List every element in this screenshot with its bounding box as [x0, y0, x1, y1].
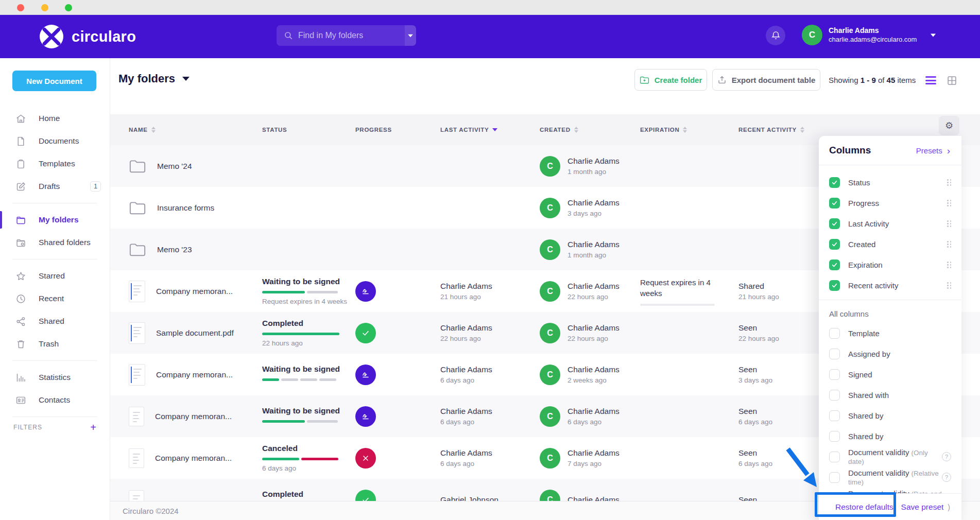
drag-handle-icon[interactable] [947, 179, 951, 185]
created-by: Charlie Adams [568, 281, 620, 291]
checkbox-checked[interactable] [829, 177, 840, 188]
row-name: Company memoran... [156, 287, 233, 296]
restore-defaults-button[interactable]: Restore defaults [835, 502, 893, 512]
bar-chart-icon [15, 372, 26, 383]
user-menu[interactable]: C Charlie Adams charlie.adams@circularo.… [802, 25, 936, 45]
checkbox-checked[interactable] [829, 218, 840, 229]
last-activity-by: Charlie Adams [440, 364, 540, 375]
sidebar-item-label: Contacts [39, 395, 70, 405]
new-document-button[interactable]: New Document [12, 71, 96, 91]
folder-icon [129, 242, 146, 257]
trash-icon [15, 339, 26, 350]
sidebar-item-label: Drafts [39, 182, 60, 191]
column-header-expiration[interactable]: EXPIRATION [640, 127, 738, 133]
window-titlebar [0, 0, 980, 15]
save-preset-button[interactable]: Save preset [901, 502, 944, 512]
drag-handle-icon[interactable] [947, 241, 951, 247]
sort-icon [151, 127, 156, 133]
drag-handle-icon[interactable] [947, 220, 951, 227]
circularo-logo-icon [39, 24, 64, 49]
status-title: Waiting to be signed [262, 277, 355, 286]
drag-handle-icon[interactable] [947, 282, 951, 288]
sort-icon [574, 127, 578, 133]
sidebar-item-trash[interactable]: Trash [0, 333, 110, 355]
document-thumbnail [129, 448, 144, 468]
presets-link[interactable]: Presets › [916, 146, 950, 155]
row-name: Memo '23 [157, 245, 192, 254]
checkbox-unchecked[interactable] [829, 472, 840, 483]
sidebar-item-my-folders[interactable]: My folders [0, 209, 110, 231]
window-minimize-button[interactable] [41, 4, 48, 11]
sidebar-item-label: Shared [39, 317, 64, 326]
progress-bar [262, 291, 339, 293]
sidebar-item-starred[interactable]: Starred [0, 265, 110, 287]
avatar: C [540, 198, 560, 218]
brand-logo[interactable]: circularo [39, 24, 136, 49]
row-name: Company memoran... [156, 370, 233, 379]
sidebar-item-contacts[interactable]: Contacts [0, 389, 110, 411]
all-columns-label: All columns [819, 304, 961, 323]
pencil-square-icon [15, 181, 26, 192]
sidebar-item-documents[interactable]: Documents [0, 130, 110, 152]
checkbox-unchecked[interactable] [829, 431, 840, 442]
column-settings-button[interactable]: ⚙ [939, 116, 959, 135]
sidebar-item-statistics[interactable]: Statistics [0, 366, 110, 389]
checkbox-unchecked[interactable] [829, 369, 840, 380]
column-header-status[interactable]: STATUS [262, 127, 355, 133]
checkbox-checked[interactable] [829, 198, 840, 209]
column-header-last-activity[interactable]: LAST ACTIVITY [440, 127, 540, 133]
list-view-button[interactable] [925, 76, 936, 84]
checkbox-checked[interactable] [829, 280, 840, 291]
column-toggle-expiration: Expiration [819, 254, 961, 275]
page-title-dropdown[interactable]: My folders [118, 72, 190, 85]
sidebar-item-templates[interactable]: Templates [0, 152, 110, 175]
checkbox-unchecked[interactable] [829, 349, 840, 359]
drag-handle-icon[interactable] [947, 262, 951, 268]
sidebar-item-recent[interactable]: Recent [0, 287, 110, 310]
checkbox-unchecked[interactable] [829, 452, 840, 462]
help-icon[interactable]: ? [942, 473, 951, 482]
create-folder-button[interactable]: Create folder [634, 69, 707, 91]
window-close-button[interactable] [17, 4, 24, 11]
user-email: charlie.adams@circularo.com [829, 35, 917, 44]
document-thumbnail [129, 281, 145, 302]
search-scope-dropdown[interactable] [405, 25, 416, 46]
checkbox-unchecked[interactable] [829, 328, 840, 339]
column-toggle-last-activity: Last Activity [819, 213, 961, 234]
export-document-table-button[interactable]: Export document table [712, 69, 820, 91]
last-activity-time: 6 days ago [440, 375, 540, 386]
column-header-progress[interactable]: PROGRESS [355, 127, 440, 133]
notifications-button[interactable] [766, 26, 785, 45]
window-zoom-button[interactable] [65, 4, 72, 11]
column-toggle-status: Status [819, 172, 961, 193]
checkbox-checked[interactable] [829, 239, 840, 250]
signature-pending-icon [355, 406, 376, 427]
help-icon[interactable]: ? [942, 452, 951, 461]
sidebar-item-shared-folders[interactable]: Shared folders [0, 231, 110, 254]
sidebar-item-label: Trash [39, 339, 59, 349]
grid-view-button[interactable] [947, 75, 957, 88]
created-by: Charlie Adams [568, 197, 620, 208]
sidebar-divider [12, 417, 97, 417]
column-header-created[interactable]: CREATED [540, 127, 640, 133]
checkbox-unchecked[interactable] [829, 390, 840, 401]
status-subtitle: 6 days ago [262, 464, 355, 472]
sidebar-item-shared[interactable]: Shared [0, 310, 110, 333]
columns-panel-title: Columns [829, 145, 871, 156]
column-header-name[interactable]: NAME [123, 127, 262, 133]
checkbox-unchecked[interactable] [829, 410, 840, 421]
sidebar-item-drafts[interactable]: Drafts 1 [0, 175, 110, 198]
sidebar-item-home[interactable]: Home [0, 107, 110, 130]
search-input[interactable] [293, 31, 405, 40]
drag-handle-icon[interactable] [947, 200, 951, 206]
bell-icon [771, 30, 781, 41]
search-bar[interactable] [277, 25, 416, 46]
status-subtitle: 22 hours ago [262, 339, 355, 347]
checkbox-checked[interactable] [829, 259, 840, 270]
brand-name: circularo [72, 28, 136, 45]
created-by: Charlie Adams [568, 364, 620, 375]
status-title: Canceled [262, 444, 355, 453]
signature-pending-icon [355, 281, 376, 302]
column-toggle-document-validity-relative-time: Document validity (Relative time) ? [819, 467, 961, 488]
add-filter-button[interactable]: + [90, 422, 96, 432]
